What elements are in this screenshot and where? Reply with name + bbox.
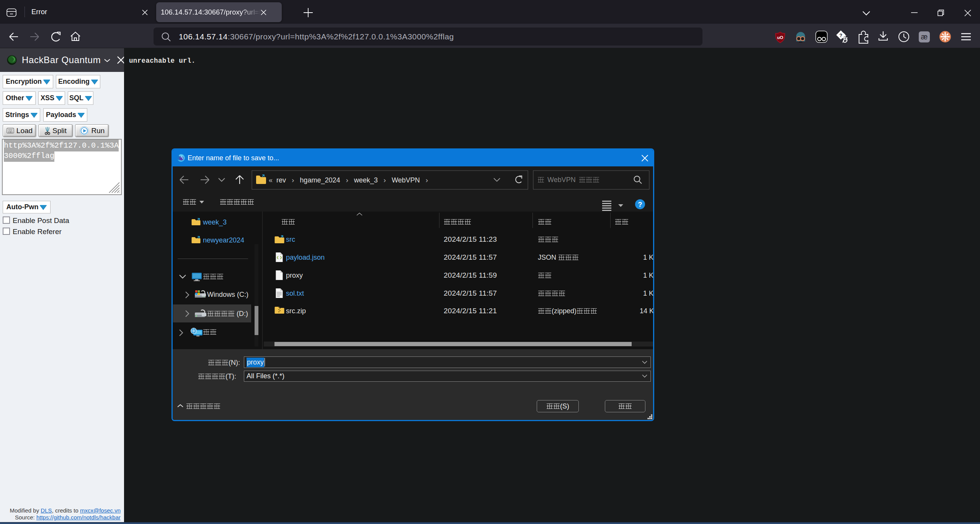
svg-text:æ: æ	[921, 33, 928, 41]
svg-text:?: ?	[840, 33, 843, 38]
svg-text:?: ?	[638, 201, 642, 208]
svg-text:uO: uO	[777, 35, 783, 40]
